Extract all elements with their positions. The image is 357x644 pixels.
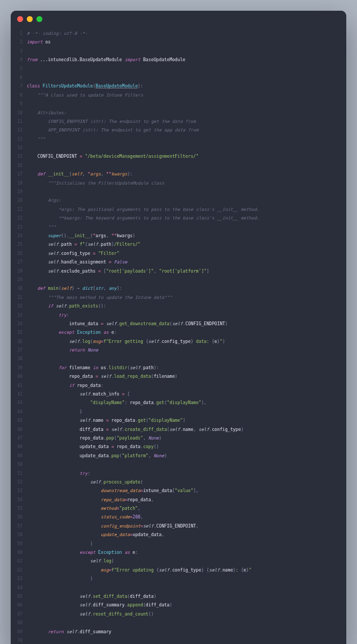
code-line[interactable]: return self.diff_summary — [27, 627, 341, 636]
code-line[interactable]: ) — [27, 574, 341, 583]
code-line[interactable]: if repo_data: — [27, 381, 341, 390]
code-line[interactable]: def __init__(self, *args, **kwargs): — [27, 170, 341, 178]
code-line[interactable]: repo_data.pop("payloads", None) — [27, 434, 341, 442]
code-line[interactable] — [27, 143, 341, 152]
code-line[interactable]: repo_data = self.load_repo_data(filename… — [27, 372, 341, 380]
code-line[interactable]: try: — [27, 469, 341, 478]
code-line[interactable]: } — [27, 407, 341, 416]
code-line[interactable] — [27, 636, 341, 644]
code-line[interactable]: if self.path_exists(): — [27, 302, 341, 310]
code-line[interactable]: except Exception as e: — [27, 328, 341, 336]
code-line[interactable]: """ — [27, 223, 341, 231]
code-line[interactable]: APP_ENDPOINT (str): The endpoint to get … — [27, 126, 341, 134]
code-line[interactable] — [27, 161, 341, 170]
code-line[interactable] — [27, 275, 341, 284]
code-line[interactable]: diff_data = self.create_diff_data(self.n… — [27, 425, 341, 434]
code-line[interactable]: for filename in os.listdir(self.path): — [27, 363, 341, 372]
code-line[interactable] — [27, 583, 341, 592]
code-line[interactable]: """The main method to update the Intune … — [27, 293, 341, 302]
code-line[interactable]: self.path = f"{self.path}/Filters/" — [27, 240, 341, 248]
code-line[interactable]: except Exception as e: — [27, 548, 341, 557]
code-line[interactable] — [27, 618, 341, 627]
code-line[interactable]: **kwargs: The keyword arguments to pass … — [27, 214, 341, 222]
code-line[interactable]: config_endpoint=self.CONFIG_ENDPOINT, — [27, 522, 341, 530]
code-content[interactable]: # -*- coding: utf-8 -*-import osfrom ...… — [27, 29, 346, 644]
code-line[interactable]: ) — [27, 539, 341, 548]
code-line[interactable]: class FiltersUpdateModule(BaseUpdateModu… — [27, 82, 341, 90]
code-line[interactable]: def main(self) → dict[str, any]: — [27, 284, 341, 292]
close-icon[interactable] — [17, 16, 23, 22]
code-line[interactable]: self.set_diff_data(diff_data) — [27, 592, 341, 601]
code-line[interactable] — [27, 99, 341, 108]
code-line[interactable]: return None — [27, 346, 341, 354]
code-line[interactable]: """A class used to update Intune Filters — [27, 91, 341, 99]
code-line[interactable]: self.match_info = { — [27, 390, 341, 398]
code-line[interactable] — [27, 460, 341, 469]
code-line[interactable]: super().__init__(*args, **kwargs) — [27, 231, 341, 240]
minimize-icon[interactable] — [27, 16, 33, 22]
code-line[interactable]: downstream_data=intune_data["value"], — [27, 486, 341, 495]
code-line[interactable]: Attributes: — [27, 108, 341, 117]
line-gutter: 1234567891011121314151617181920212223242… — [11, 29, 27, 644]
code-line[interactable] — [27, 47, 341, 55]
code-editor[interactable]: 1234567891011121314151617181920212223242… — [11, 27, 346, 644]
code-line[interactable]: from ...intunecdlib.BaseUpdateModule imp… — [27, 55, 341, 64]
code-line[interactable]: self.process_update( — [27, 478, 341, 486]
code-line[interactable]: intune_data = self.get_downstream_data(s… — [27, 319, 341, 328]
code-line[interactable]: *args: The positional arguments to pass … — [27, 205, 341, 214]
code-line[interactable]: msg=f"Error updating {self.config_type} … — [27, 566, 341, 574]
code-line[interactable]: self.config_type = "Filter" — [27, 249, 341, 258]
code-line[interactable]: import os — [27, 38, 341, 46]
titlebar[interactable] — [11, 11, 346, 27]
code-line[interactable]: status_code=200, — [27, 513, 341, 521]
code-line[interactable]: self.log(msg=f"Error getting {self.confi… — [27, 337, 341, 346]
code-line[interactable]: update_data = repo_data.copy() — [27, 442, 341, 451]
code-line[interactable]: CONFIG_ENDPOINT (str): The endpoint to g… — [27, 117, 341, 126]
code-line[interactable] — [27, 73, 341, 82]
editor-window: 1234567891011121314151617181920212223242… — [11, 11, 346, 644]
code-line[interactable]: """Initializes the FiltersUpdateModule c… — [27, 179, 341, 187]
zoom-icon[interactable] — [36, 16, 42, 22]
code-line[interactable] — [27, 354, 341, 363]
code-line[interactable] — [27, 187, 341, 196]
code-line[interactable] — [27, 64, 341, 73]
code-line[interactable]: update_data=update_data, — [27, 530, 341, 539]
code-line[interactable]: update_data.pop("platform", None) — [27, 451, 341, 460]
code-line[interactable]: self.exclude_paths = ["root['payloads']"… — [27, 267, 341, 275]
code-line[interactable]: self.handle_assignment = False — [27, 258, 341, 266]
code-line[interactable]: self.reset_diffs_and_count() — [27, 610, 341, 618]
code-line[interactable]: self.diff_summary.append(diff_data) — [27, 601, 341, 609]
code-line[interactable]: CONFIG_ENDPOINT = "/beta/deviceManagemen… — [27, 152, 341, 160]
code-line[interactable]: # -*- coding: utf-8 -*- — [27, 29, 341, 38]
code-line[interactable]: try: — [27, 311, 341, 319]
code-line[interactable]: """ — [27, 135, 341, 143]
code-line[interactable]: repo_data=repo_data, — [27, 495, 341, 504]
code-line[interactable]: Args: — [27, 196, 341, 204]
code-line[interactable]: method="patch", — [27, 504, 341, 513]
code-line[interactable]: self.log( — [27, 557, 341, 565]
code-line[interactable]: self.name = repo_data.get("displayName") — [27, 416, 341, 425]
code-line[interactable]: "displayName": repo_data.get("displayNam… — [27, 398, 341, 407]
